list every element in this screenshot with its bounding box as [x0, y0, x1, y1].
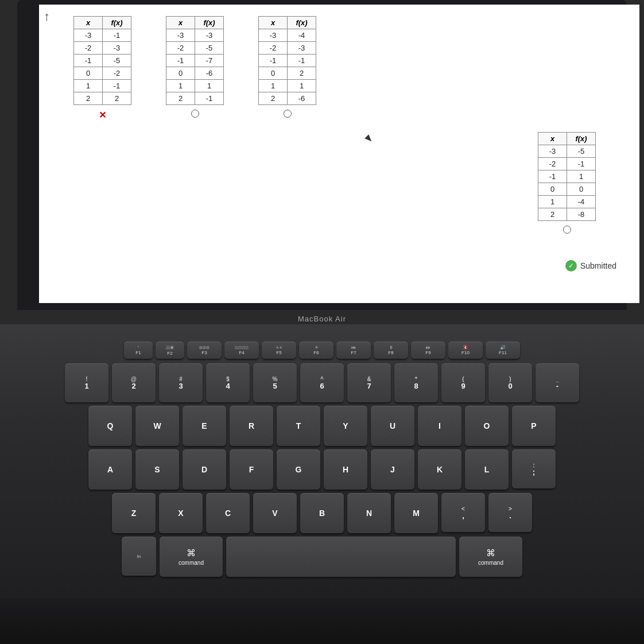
key-q[interactable]: Q [88, 406, 132, 446]
key-s[interactable]: S [135, 449, 179, 490]
number-row: ! 1 @ 2 # 3 $ 4 % 5 [35, 363, 609, 402]
table-2-header-x: x [166, 17, 195, 29]
key-f10[interactable]: 🔇 F10 [448, 342, 483, 359]
submitted-badge: ✓ Submitted [565, 260, 616, 271]
top-bar: ↑ [44, 9, 50, 24]
key-u[interactable]: U [371, 406, 414, 446]
radio-indicator-4[interactable] [563, 226, 571, 234]
table-4-header-fx: f(x) [567, 133, 596, 145]
asdf-row: A S D F G H J K L : ; [35, 449, 609, 490]
table-row: -3-4 [259, 29, 316, 42]
key-h[interactable]: H [324, 449, 367, 490]
key-6[interactable]: ^ 6 [300, 363, 344, 402]
screen-content: ↑ x f(x) [39, 5, 639, 303]
key-f6[interactable]: ☀ F6 [299, 342, 333, 359]
command-label-right: command [478, 560, 503, 566]
key-7[interactable]: & 7 [347, 363, 391, 402]
key-n[interactable]: N [347, 493, 391, 533]
key-f[interactable]: F [230, 449, 273, 490]
key-9[interactable]: ( 9 [441, 363, 485, 402]
key-spacebar[interactable] [226, 537, 456, 577]
key-f9[interactable]: ⏭ F9 [411, 342, 445, 359]
key-0[interactable]: ) 0 [488, 363, 532, 402]
table-4-wrapper: x f(x) -3-5 -2-1 -11 00 1-4 2-8 [538, 132, 596, 234]
table-3-wrapper: x f(x) -3-4 -2-3 -1-1 02 11 2-6 [258, 16, 316, 121]
key-f8[interactable]: ⏸ F8 [374, 342, 408, 359]
key-2[interactable]: @ 2 [112, 363, 156, 402]
key-minus[interactable]: _ - [536, 363, 579, 402]
key-left-command[interactable]: ⌘ command [160, 537, 223, 577]
table-2-wrapper: x f(x) -3-3 -2-5 -1-7 0-6 11 2-1 [166, 16, 224, 121]
table-row: 0-2 [74, 67, 131, 80]
key-f5[interactable]: ☀☀ F5 [262, 342, 296, 359]
key-4[interactable]: $ 4 [206, 363, 250, 402]
key-g[interactable]: G [277, 449, 320, 490]
table-row: -2-5 [166, 42, 224, 55]
key-r[interactable]: R [230, 406, 273, 446]
key-l[interactable]: L [465, 449, 509, 490]
key-right-command[interactable]: ⌘ command [459, 537, 522, 577]
key-o[interactable]: O [465, 406, 509, 446]
keyboard-container: ⌃ F1 品▣ F2 ⊞⊞⊞ F3 ⊡⊡⊡⊡ F4 ☀☀ F5 [35, 342, 609, 580]
submitted-label: Submitted [580, 261, 616, 270]
key-5[interactable]: % 5 [253, 363, 297, 402]
key-y[interactable]: Y [324, 406, 367, 446]
key-e[interactable]: E [183, 406, 226, 446]
table-3-header-x: x [259, 17, 288, 29]
key-x[interactable]: X [159, 493, 203, 533]
table-row: 11 [166, 80, 224, 92]
key-fn[interactable]: ⌃ F1 [124, 342, 153, 359]
tables-area: x f(x) -3-1 -2-3 -1-5 0-2 1-1 22 [73, 16, 602, 234]
key-comma[interactable]: < , [441, 493, 485, 532]
table-2-header-fx: f(x) [195, 17, 224, 29]
key-w[interactable]: W [135, 406, 179, 446]
key-p[interactable]: P [512, 406, 556, 446]
table-row: -11 [538, 170, 596, 183]
table-row: -3-3 [166, 29, 224, 42]
command-label-left: command [179, 560, 204, 566]
key-d[interactable]: D [183, 449, 226, 490]
key-f2[interactable]: 品▣ F2 [156, 342, 184, 359]
key-c[interactable]: C [206, 493, 250, 533]
key-8[interactable]: * 8 [394, 363, 438, 402]
key-v[interactable]: V [253, 493, 297, 533]
table-row: 22 [74, 92, 131, 105]
tables-top-row: x f(x) -3-1 -2-3 -1-5 0-2 1-1 22 [73, 16, 602, 121]
key-f7[interactable]: ⏮ F7 [336, 342, 371, 359]
wrong-indicator[interactable]: ✕ [99, 110, 106, 121]
key-k[interactable]: K [418, 449, 461, 490]
radio-indicator-3[interactable] [284, 110, 292, 118]
key-a[interactable]: A [88, 449, 132, 490]
key-t[interactable]: T [277, 406, 320, 446]
table-1: x f(x) -3-1 -2-3 -1-5 0-2 1-1 22 [73, 16, 131, 105]
table-row: 1-4 [538, 196, 596, 208]
key-control[interactable]: fn [122, 537, 156, 576]
key-f4[interactable]: ⊡⊡⊡⊡ F4 [224, 342, 259, 359]
bottom-chassis [0, 598, 644, 644]
key-j[interactable]: J [371, 449, 414, 490]
key-i[interactable]: I [418, 406, 461, 446]
table-row: -1-5 [74, 55, 131, 67]
key-semicolon[interactable]: : ; [512, 449, 556, 488]
command-symbol-left: ⌘ [187, 548, 196, 558]
up-arrow-icon[interactable]: ↑ [44, 9, 50, 24]
table-row: 2-6 [259, 92, 316, 105]
table-row: 11 [259, 80, 316, 92]
radio-indicator-2[interactable] [191, 110, 199, 118]
key-period[interactable]: > . [488, 493, 532, 532]
qwerty-row: Q W E R T Y U I O P [35, 406, 609, 446]
table-row: 02 [259, 67, 316, 80]
key-m[interactable]: M [394, 493, 438, 533]
key-1[interactable]: ! 1 [65, 363, 108, 402]
table-row: 00 [538, 183, 596, 196]
key-f3[interactable]: ⊞⊞⊞ F3 [187, 342, 222, 359]
key-z[interactable]: Z [112, 493, 156, 533]
table-3-header-fx: f(x) [288, 17, 316, 29]
table-row: -2-3 [74, 42, 131, 55]
key-b[interactable]: B [300, 493, 344, 533]
key-f11[interactable]: 🔊 F11 [486, 342, 520, 359]
table-row: 1-1 [74, 80, 131, 92]
table-row: -2-1 [538, 158, 596, 170]
fn-key-row: ⌃ F1 品▣ F2 ⊞⊞⊞ F3 ⊡⊡⊡⊡ F4 ☀☀ F5 [35, 342, 609, 359]
key-3[interactable]: # 3 [159, 363, 203, 402]
